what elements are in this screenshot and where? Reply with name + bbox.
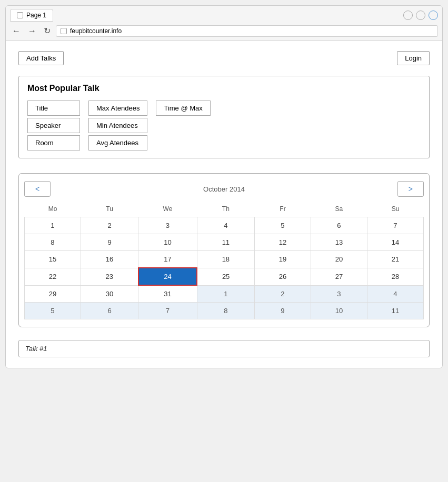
calendar-day[interactable]: 25 (197, 268, 254, 285)
page-icon (17, 12, 23, 18)
calendar-section: < October 2014 > Mo Tu We Th Fr Sa Su (18, 173, 430, 327)
calendar-day[interactable]: 19 (255, 251, 311, 268)
calendar-day[interactable]: 8 (25, 234, 81, 251)
page-content: Add Talks Login Most Popular Talk Title … (6, 41, 442, 368)
fields-col-2: Max Atendees Min Atendees Avg Atendees (88, 101, 147, 150)
calendar-row: 891011121314 (25, 234, 424, 251)
calendar-row: 1234567 (25, 217, 424, 234)
section-title: Most Popular Talk (27, 84, 421, 93)
calendar-day[interactable]: 22 (25, 268, 81, 285)
calendar-day[interactable]: 30 (81, 285, 138, 303)
calendar-day[interactable]: 29 (25, 285, 81, 303)
fields-col-1: Title Speaker Room (27, 101, 80, 150)
calendar-row: 15161718192021 (25, 251, 424, 268)
field-time-at-max: Time @ Max (156, 101, 210, 116)
maximize-button[interactable] (416, 11, 425, 20)
add-talks-button[interactable]: Add Talks (18, 51, 64, 65)
day-header-fr: Fr (255, 203, 311, 217)
calendar-day[interactable]: 23 (81, 268, 138, 285)
calendar-day[interactable]: 21 (367, 251, 423, 268)
calendar-day[interactable]: 8 (197, 303, 254, 319)
calendar-day[interactable]: 13 (311, 234, 367, 251)
url-text: feupbitcounter.info (70, 27, 122, 35)
back-button[interactable]: ← (10, 25, 23, 37)
calendar-day[interactable]: 31 (138, 285, 197, 303)
calendar-day[interactable]: 11 (367, 303, 423, 319)
day-header-th: Th (197, 203, 254, 217)
calendar-month-label: October 2014 (203, 185, 245, 193)
calendar-day[interactable]: 2 (255, 285, 311, 303)
calendar-day[interactable]: 18 (197, 251, 254, 268)
calendar-day[interactable]: 4 (367, 285, 423, 303)
calendar-day[interactable]: 12 (255, 234, 311, 251)
login-button[interactable]: Login (397, 51, 430, 65)
calendar-day[interactable]: 17 (138, 251, 197, 268)
calendar-next-button[interactable]: > (397, 181, 424, 197)
calendar-day[interactable]: 1 (25, 217, 81, 234)
calendar-day[interactable]: 11 (197, 234, 254, 251)
field-min-atendees: Min Atendees (88, 118, 147, 133)
calendar-day[interactable]: 24 (138, 268, 197, 285)
top-buttons: Add Talks Login (18, 51, 430, 65)
calendar-day[interactable]: 10 (138, 234, 197, 251)
field-max-atendees: Max Atendees (88, 101, 147, 116)
calendar-day[interactable]: 20 (311, 251, 367, 268)
talk-label: Talk #1 (25, 345, 47, 353)
calendar-header-row: Mo Tu We Th Fr Sa Su (25, 203, 424, 217)
close-button[interactable] (429, 11, 438, 20)
tab-bar: Page 1 (10, 9, 438, 22)
calendar-day[interactable]: 5 (255, 217, 311, 234)
fields-col-3: Time @ Max (156, 101, 210, 150)
calendar-day[interactable]: 3 (311, 285, 367, 303)
field-avg-atendees: Avg Atendees (88, 135, 147, 150)
page-favicon (61, 28, 67, 34)
talk-footer: Talk #1 (18, 340, 430, 357)
day-header-sa: Sa (311, 203, 367, 217)
browser-window: Page 1 ← → ↻ feupbitcounter.info Add Tal… (5, 5, 443, 368)
browser-chrome: Page 1 ← → ↻ feupbitcounter.info (6, 6, 442, 41)
calendar-day[interactable]: 7 (367, 217, 423, 234)
calendar-day[interactable]: 28 (367, 268, 423, 285)
field-room: Room (27, 135, 80, 150)
calendar-header: < October 2014 > (24, 181, 424, 197)
calendar-day[interactable]: 6 (311, 217, 367, 234)
fields-grid: Title Speaker Room Max Atendees Min Aten… (27, 101, 421, 150)
day-header-we: We (138, 203, 197, 217)
refresh-button[interactable]: ↻ (42, 25, 53, 37)
calendar-day[interactable]: 3 (138, 217, 197, 234)
calendar-day[interactable]: 15 (25, 251, 81, 268)
minimize-button[interactable] (403, 11, 413, 20)
calendar-row: 567891011 (25, 303, 424, 319)
calendar-day[interactable]: 10 (311, 303, 367, 319)
calendar-day[interactable]: 27 (311, 268, 367, 285)
calendar-day[interactable]: 9 (81, 234, 138, 251)
tab-label: Page 1 (26, 12, 46, 19)
calendar-day[interactable]: 6 (81, 303, 138, 319)
browser-tab[interactable]: Page 1 (10, 9, 53, 22)
calendar-prev-button[interactable]: < (24, 181, 51, 197)
calendar-day[interactable]: 9 (255, 303, 311, 319)
calendar-row: 2930311234 (25, 285, 424, 303)
nav-bar: ← → ↻ feupbitcounter.info (10, 25, 438, 37)
day-header-mo: Mo (25, 203, 81, 217)
calendar-day[interactable]: 4 (197, 217, 254, 234)
popular-talk-section: Most Popular Talk Title Speaker Room Max… (18, 76, 430, 158)
forward-button[interactable]: → (26, 25, 38, 37)
calendar-day[interactable]: 14 (367, 234, 423, 251)
address-bar[interactable]: feupbitcounter.info (56, 25, 438, 37)
day-header-su: Su (367, 203, 423, 217)
calendar-body: 1234567891011121314151617181920212223242… (25, 217, 424, 319)
calendar-day[interactable]: 26 (255, 268, 311, 285)
calendar-row: 22232425262728 (25, 268, 424, 285)
calendar-day[interactable]: 2 (81, 217, 138, 234)
calendar-table: Mo Tu We Th Fr Sa Su 1234567891011121314… (24, 203, 424, 319)
window-controls (403, 11, 438, 20)
calendar-day[interactable]: 1 (197, 285, 254, 303)
field-speaker: Speaker (27, 118, 80, 133)
calendar-day[interactable]: 7 (138, 303, 197, 319)
calendar-day[interactable]: 5 (25, 303, 81, 319)
calendar-day[interactable]: 16 (81, 251, 138, 268)
field-title: Title (27, 101, 80, 116)
day-header-tu: Tu (81, 203, 138, 217)
